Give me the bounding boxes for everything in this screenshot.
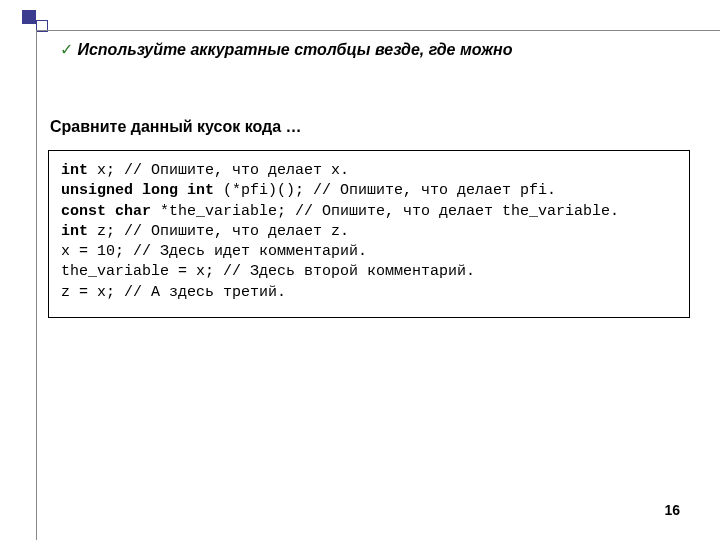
code-line-1: x; // Опишите, что делает x. — [88, 162, 349, 179]
page-number: 16 — [664, 502, 680, 518]
code-line-2: (*pfi)(); // Опишите, что делает pfi. — [214, 182, 556, 199]
decor-square-filled — [22, 10, 36, 24]
checkmark-icon: ✓ — [60, 40, 73, 59]
kw-int-1: int — [61, 162, 88, 179]
code-line-5: x = 10; // Здесь идет комментарий. — [61, 243, 367, 260]
kw-unsigned-long-int: unsigned long int — [61, 182, 214, 199]
kw-int-2: int — [61, 223, 88, 240]
code-block: int x; // Опишите, что делает x. unsigne… — [48, 150, 690, 318]
code-line-6: the_variable = x; // Здесь второй коммен… — [61, 263, 475, 280]
slide-title: ✓Используйте аккуратные столбцы везде, г… — [60, 40, 690, 59]
code-line-3: *the_variable; // Опишите, что делает th… — [151, 203, 619, 220]
decor-vertical-line — [36, 30, 37, 540]
title-text: Используйте аккуратные столбцы везде, гд… — [77, 41, 512, 58]
kw-const-char: const char — [61, 203, 151, 220]
decor-horizontal-line — [36, 30, 720, 31]
slide: ✓Используйте аккуратные столбцы везде, г… — [0, 0, 720, 540]
code-line-4: z; // Опишите, что делает z. — [88, 223, 349, 240]
slide-subtitle: Сравните данный кусок кода … — [50, 118, 302, 136]
code-line-7: z = x; // А здесь третий. — [61, 284, 286, 301]
